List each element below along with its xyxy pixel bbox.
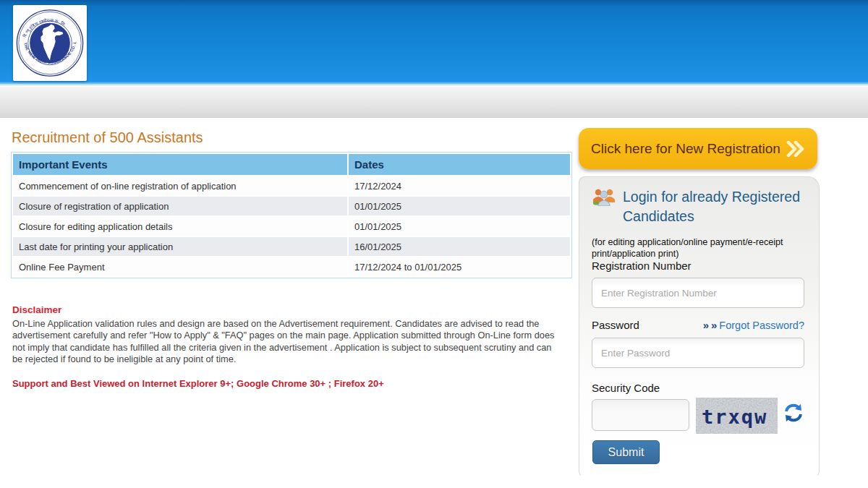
column-header-dates: Dates (349, 154, 570, 175)
disclaimer-body: On-Line Application validation rules and… (12, 318, 560, 365)
table-row: Commencement of on-line registration of … (13, 176, 570, 195)
password-input[interactable] (592, 338, 804, 368)
registration-number-label: Registration Number (592, 260, 692, 272)
forgot-password-link[interactable]: Forgot Password? (719, 320, 804, 331)
important-events-table: Important Events Dates Commencement of o… (12, 153, 571, 278)
double-chevron-right-icon (785, 141, 805, 157)
captcha-refresh-button[interactable] (783, 403, 804, 424)
event-date: 16/01/2025 (349, 237, 570, 256)
login-note: (for editing application/online payment/… (592, 236, 806, 260)
event-date: 17/12/2024 to 01/01/2025 (349, 257, 570, 276)
table-row: Closure for editing application details0… (13, 217, 570, 236)
table-row: Online Fee Payment17/12/2024 to 01/01/20… (13, 257, 570, 276)
password-label: Password (592, 319, 639, 331)
browser-support-note: Support and Best Viewed on Internet Expl… (12, 378, 562, 389)
table-row: Closure of registration of application01… (13, 197, 570, 215)
users-group-icon (592, 187, 616, 206)
event-name: Closure for editing application details (13, 217, 347, 236)
security-code-input[interactable] (592, 399, 689, 431)
page-title: Recruitment of 500 Assistants (12, 129, 203, 146)
forgot-password-chevron-icon: » (703, 319, 707, 331)
sub-header-bar (0, 87, 868, 118)
event-date: 17/12/2024 (349, 176, 570, 195)
site-header: दि न्यू इंडिया एश्योरन्स कं. लि. THE NEW… (0, 0, 868, 85)
disclaimer-title: Disclaimer (12, 304, 61, 315)
event-name: Closure of registration of application (13, 197, 347, 215)
new-registration-label: Click here for New Registration (591, 141, 780, 157)
table-header-row: Important Events Dates (13, 154, 570, 175)
refresh-icon (783, 403, 804, 423)
event-name: Commencement of on-line registration of … (13, 176, 347, 195)
column-header-events: Important Events (13, 154, 347, 175)
new-registration-button[interactable]: Click here for New Registration (579, 128, 817, 169)
captcha-image: trxqw (696, 398, 778, 434)
forgot-password-chevron-icon2: » (711, 319, 715, 331)
event-date: 01/01/2025 (349, 197, 570, 215)
captcha-text: trxqw (702, 406, 767, 428)
login-panel: Login for already Registered Candidates … (579, 176, 820, 477)
event-date: 01/01/2025 (349, 217, 570, 236)
registration-number-input[interactable] (592, 278, 804, 308)
company-logo: दि न्यू इंडिया एश्योरन्स कं. लि. THE NEW… (13, 5, 87, 81)
event-name: Online Fee Payment (13, 257, 347, 276)
events-table-body: Commencement of on-line registration of … (13, 176, 570, 276)
table-row: Last date for printing your application1… (13, 237, 570, 256)
submit-button[interactable]: Submit (592, 440, 660, 464)
new-india-assurance-logo-icon: दि न्यू इंडिया एश्योरन्स कं. लि. THE NEW… (15, 7, 85, 79)
login-heading: Login for already Registered Candidates (623, 187, 800, 227)
page: दि न्यू इंडिया एश्योरन्स कं. लि. THE NEW… (0, 0, 868, 488)
event-name: Last date for printing your application (13, 237, 347, 256)
security-code-label: Security Code (592, 382, 660, 394)
